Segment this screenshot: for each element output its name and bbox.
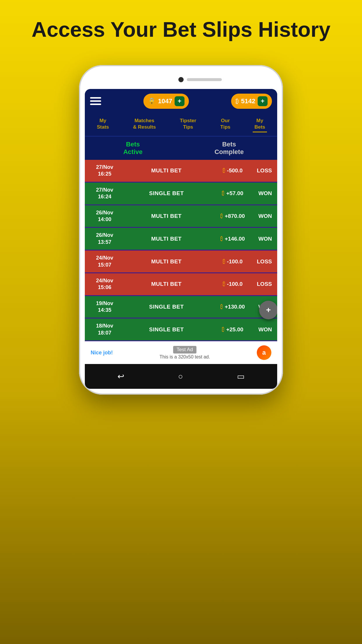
bet-date: 27/Nov16:25 (90, 164, 119, 178)
bet-result: WON (252, 236, 272, 242)
bet-type: MULTI BET (119, 258, 214, 265)
bottom-nav: ↩ ○ ▭ (85, 364, 277, 389)
bet-date: 24/Nov15:06 (90, 277, 119, 291)
ad-description: This is a 320x50 test ad. (159, 354, 210, 360)
bet-type: SINGLE BET (119, 304, 214, 310)
bet-amount: ₿ +870.00 (214, 213, 252, 219)
phone-screen: 🔒 1047 + ₿ 5142 + MyStats Matches& Resul… (85, 89, 277, 389)
bet-amount: ₿ +146.00 (214, 236, 252, 242)
page-title: Access Your Bet Slips History (14, 18, 348, 42)
hamburger-line-2 (90, 100, 101, 102)
tab-our-tips[interactable]: OurTips (219, 116, 232, 132)
btc-coin-icon: ₿ (220, 213, 223, 219)
bet-date: 24/Nov15:07 (90, 255, 119, 268)
bet-date: 18/Nov18:07 (90, 323, 119, 336)
bet-result: WON (252, 326, 272, 333)
bet-type: MULTI BET (119, 281, 214, 287)
table-row[interactable]: 27/Nov16:25 MULTI BET ₿ -500.0 LOSS (85, 160, 277, 183)
bet-result: LOSS (252, 167, 272, 174)
bet-result: LOSS (252, 281, 272, 287)
amount-value: +870.00 (225, 213, 245, 219)
bet-amount: ₿ -500.0 (214, 167, 252, 174)
bet-amount: ₿ +57.00 (214, 190, 252, 197)
table-row[interactable]: 24/Nov15:07 MULTI BET ₿ -100.0 LOSS (85, 251, 277, 273)
hamburger-line-1 (90, 97, 101, 99)
table-row[interactable]: 19/Nov14:35 SINGLE BET ₿ +130.00 WON + (85, 296, 277, 319)
sub-tab-bets-active[interactable]: BetsActive (85, 136, 181, 160)
btc-badge[interactable]: ₿ 5142 + (231, 94, 272, 109)
amount-value: -500.0 (227, 167, 243, 174)
bet-amount: ₿ +25.00 (214, 326, 252, 333)
nav-tabs: MyStats Matches& Results TipsterTips Our… (85, 113, 277, 136)
btc-coin-icon: ₿ (222, 326, 224, 333)
bet-date: 26/Nov13:57 (90, 232, 119, 246)
table-row[interactable]: 26/Nov13:57 MULTI BET ₿ +146.00 WON (85, 228, 277, 251)
tab-my-stats[interactable]: MyStats (95, 116, 111, 132)
bet-list: 27/Nov16:25 MULTI BET ₿ -500.0 LOSS 27/N… (85, 160, 277, 341)
bet-type: MULTI BET (119, 213, 214, 219)
table-row[interactable]: 26/Nov14:00 MULTI BET ₿ +870.00 WON (85, 205, 277, 228)
table-row[interactable]: 24/Nov15:06 MULTI BET ₿ -100.0 LOSS (85, 273, 277, 296)
bet-type: MULTI BET (119, 167, 214, 174)
bet-date: 19/Nov14:35 (90, 300, 119, 314)
coins-plus-button[interactable]: + (175, 96, 184, 106)
btc-coin-icon: ₿ (222, 190, 224, 197)
home-button[interactable]: ○ (172, 370, 189, 383)
sub-tabs: BetsActive BetsComplete (85, 136, 277, 160)
amount-value: +130.00 (225, 304, 245, 310)
phone-speaker (187, 78, 222, 81)
table-row[interactable]: 18/Nov18:07 SINGLE BET ₿ +25.00 WON (85, 318, 277, 341)
bet-amount: ₿ -100.0 (214, 258, 252, 265)
phone-frame: 🔒 1047 + ₿ 5142 + MyStats Matches& Resul… (79, 65, 283, 395)
btc-coin-icon: ₿ (220, 304, 223, 310)
amount-value: -100.0 (227, 281, 243, 287)
lock-icon: 🔒 (148, 97, 156, 105)
bet-amount: ₿ +130.00 (214, 304, 252, 310)
bet-result: WON (252, 190, 272, 197)
hamburger-line-3 (90, 104, 101, 105)
btc-coin-icon: ₿ (223, 258, 225, 265)
hamburger-menu[interactable] (90, 97, 101, 105)
bet-type: MULTI BET (119, 236, 214, 242)
ad-nice-job: Nice job! (91, 350, 113, 356)
btc-coin-icon: ₿ (223, 167, 225, 174)
sub-tab-bets-complete[interactable]: BetsComplete (181, 136, 277, 160)
tab-tipster-tips[interactable]: TipsterTips (178, 116, 198, 132)
fab-button[interactable]: + (259, 301, 277, 319)
btc-coin-icon: ₿ (223, 281, 225, 287)
ad-logo: a (257, 345, 271, 360)
bet-result: WON (252, 213, 272, 219)
amount-value: +57.00 (226, 190, 243, 197)
coins-badge[interactable]: 🔒 1047 + (143, 94, 189, 109)
amount-value: +25.00 (226, 326, 243, 333)
bet-result: WON + (252, 304, 272, 310)
tab-my-bets[interactable]: MyBets (253, 116, 267, 132)
recent-button[interactable]: ▭ (231, 370, 250, 383)
table-row[interactable]: 27/Nov16:24 SINGLE BET ₿ +57.00 WON (85, 183, 277, 205)
phone-notch-area (85, 74, 277, 85)
bet-type: SINGLE BET (119, 326, 214, 333)
top-bar: 🔒 1047 + ₿ 5142 + (85, 89, 277, 113)
coins-value: 1047 (158, 97, 172, 105)
ad-content: Test Ad This is a 320x50 test ad. (159, 346, 210, 360)
btc-icon: ₿ (236, 97, 239, 105)
amount-value: -100.0 (227, 258, 243, 265)
btc-plus-button[interactable]: + (258, 96, 268, 106)
bet-date: 26/Nov14:00 (90, 209, 119, 223)
bet-date: 27/Nov16:24 (90, 187, 119, 200)
ad-bar: Nice job! Test Ad This is a 320x50 test … (85, 341, 277, 364)
amount-value: +146.00 (225, 236, 245, 242)
back-button[interactable]: ↩ (112, 370, 130, 383)
ad-label: Test Ad (173, 346, 196, 354)
tab-matches-results[interactable]: Matches& Results (131, 116, 157, 132)
btc-value: 5142 (241, 97, 255, 105)
btc-coin-icon: ₿ (220, 236, 223, 242)
phone-camera (178, 77, 184, 82)
bet-type: SINGLE BET (119, 190, 214, 197)
bet-result: LOSS (252, 258, 272, 265)
bet-amount: ₿ -100.0 (214, 281, 252, 287)
